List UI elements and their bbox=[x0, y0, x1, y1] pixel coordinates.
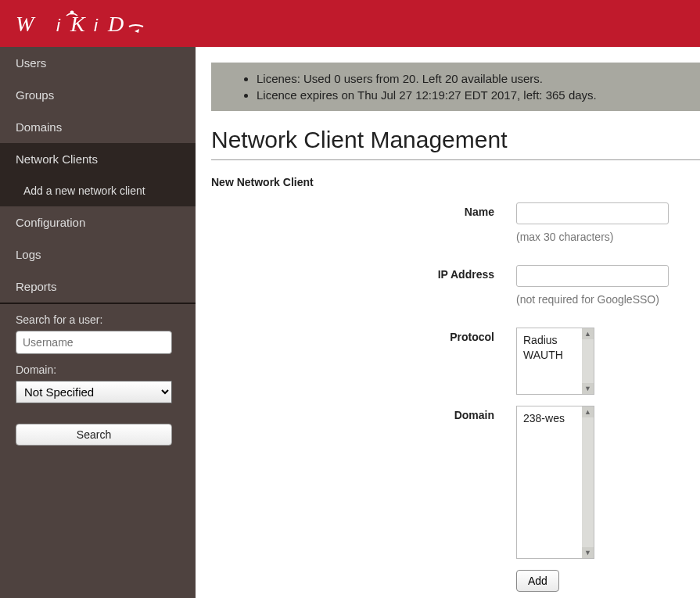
sidebar-item-users[interactable]: Users bbox=[0, 47, 196, 79]
search-user-label: Search for a user: bbox=[16, 313, 180, 326]
logo-icon: W K D i i bbox=[16, 8, 149, 39]
search-domain-label: Domain: bbox=[16, 363, 180, 376]
sidebar-item-configuration[interactable]: Configuration bbox=[0, 206, 196, 238]
search-domain-select[interactable]: Not Specified bbox=[16, 381, 172, 403]
domain-option[interactable]: 238-wes bbox=[523, 411, 587, 426]
ip-label: IP Address bbox=[211, 265, 516, 281]
scroll-up-icon[interactable]: ▲ bbox=[582, 406, 594, 417]
form-row-ip: IP Address (not required for GoogleSSO) bbox=[211, 265, 700, 306]
search-username-input[interactable] bbox=[16, 331, 172, 354]
add-button[interactable]: Add bbox=[516, 570, 559, 592]
sidebar-item-logs[interactable]: Logs bbox=[0, 238, 196, 270]
svg-text:K: K bbox=[70, 12, 87, 36]
page-title: Network Client Management bbox=[211, 127, 700, 153]
form-row-name: Name (max 30 characters) bbox=[211, 202, 700, 243]
svg-text:D: D bbox=[107, 12, 125, 36]
protocol-listbox[interactable]: Radius WAUTH ▲ ▼ bbox=[516, 328, 594, 395]
scroll-down-icon[interactable]: ▼ bbox=[582, 547, 594, 558]
name-hint: (max 30 characters) bbox=[516, 231, 673, 243]
listbox-scrollbar[interactable]: ▲ ▼ bbox=[582, 406, 594, 558]
ip-input[interactable] bbox=[516, 265, 669, 287]
search-button[interactable]: Search bbox=[16, 424, 172, 446]
svg-text:i: i bbox=[56, 16, 62, 35]
ip-hint: (not required for GoogleSSO) bbox=[516, 293, 673, 306]
name-input[interactable] bbox=[516, 202, 669, 224]
search-box: Search for a user: Domain: Not Specified… bbox=[0, 304, 196, 455]
title-rule bbox=[211, 159, 700, 160]
main-content: Licenes: Used 0 users from 20. Left 20 a… bbox=[196, 47, 700, 598]
form-row-domain: Domain 238-wes ▲ ▼ bbox=[211, 406, 700, 559]
protocol-label: Protocol bbox=[211, 328, 516, 343]
domain-label: Domain bbox=[211, 406, 516, 421]
sidebar: Users Groups Domains Network Clients Add… bbox=[0, 47, 196, 598]
protocol-option[interactable]: Radius bbox=[523, 333, 587, 348]
notice-line: Licenes: Used 0 users from 20. Left 20 a… bbox=[257, 70, 684, 87]
notice-banner: Licenes: Used 0 users from 20. Left 20 a… bbox=[211, 63, 700, 111]
nav-list: Users Groups Domains Network Clients Add… bbox=[0, 47, 196, 303]
sidebar-subitem-add-network-client[interactable]: Add a new network client bbox=[0, 175, 196, 206]
logo: W K D i i bbox=[16, 8, 149, 39]
sidebar-item-network-clients[interactable]: Network Clients bbox=[0, 143, 196, 175]
form-row-protocol: Protocol Radius WAUTH ▲ ▼ bbox=[211, 328, 700, 395]
domain-listbox[interactable]: 238-wes ▲ ▼ bbox=[516, 406, 594, 559]
scroll-up-icon[interactable]: ▲ bbox=[582, 328, 594, 339]
header: W K D i i bbox=[0, 0, 700, 47]
svg-text:i: i bbox=[94, 16, 99, 35]
protocol-option[interactable]: WAUTH bbox=[523, 348, 587, 363]
listbox-scrollbar[interactable]: ▲ ▼ bbox=[582, 328, 594, 394]
name-label: Name bbox=[211, 202, 516, 218]
sidebar-item-domains[interactable]: Domains bbox=[0, 111, 196, 143]
section-label: New Network Client bbox=[211, 176, 700, 188]
svg-text:W: W bbox=[16, 12, 36, 36]
sidebar-item-reports[interactable]: Reports bbox=[0, 270, 196, 303]
notice-line: Licence expires on Thu Jul 27 12:19:27 E… bbox=[257, 87, 684, 103]
scroll-down-icon[interactable]: ▼ bbox=[582, 383, 594, 394]
sidebar-item-groups[interactable]: Groups bbox=[0, 79, 196, 111]
form-row-submit: Add bbox=[211, 570, 700, 592]
